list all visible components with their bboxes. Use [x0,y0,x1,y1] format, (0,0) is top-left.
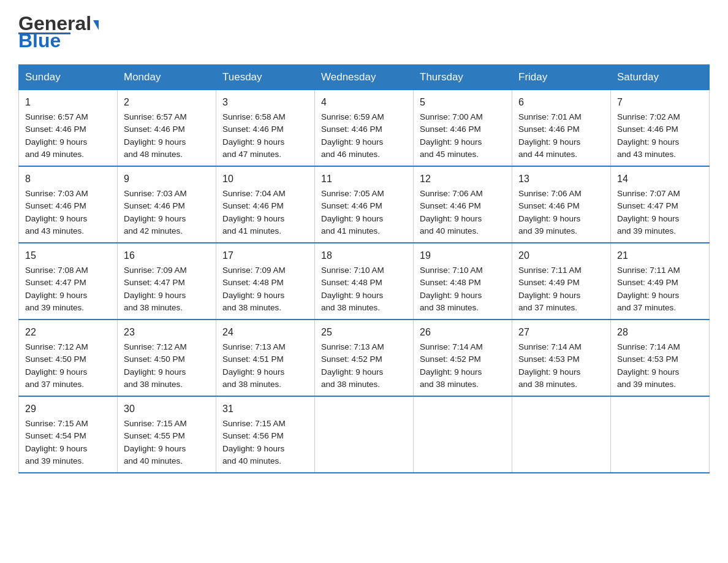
day-number: 9 [124,172,210,186]
day-cell [414,396,512,473]
day-cell: 16Sunrise: 7:09 AMSunset: 4:47 PMDayligh… [118,243,216,320]
sunset-text: Sunset: 4:48 PM [222,278,284,287]
sunrise-text: Sunrise: 7:14 AM [518,342,582,351]
day-cell: 24Sunrise: 7:13 AMSunset: 4:51 PMDayligh… [216,320,315,396]
day-cell: 6Sunrise: 7:01 AMSunset: 4:46 PMDaylight… [512,90,611,167]
sunrise-text: Sunrise: 7:09 AM [124,266,187,275]
week-row-3: 15Sunrise: 7:08 AMSunset: 4:47 PMDayligh… [19,243,710,320]
sunset-text: Sunset: 4:54 PM [25,431,86,440]
day-cell: 29Sunrise: 7:15 AMSunset: 4:54 PMDayligh… [19,396,118,473]
sunrise-text: Sunrise: 7:04 AM [222,189,286,198]
sunset-text: Sunset: 4:46 PM [518,201,580,210]
col-header-sunday: Sunday [19,65,118,90]
daylight-text: Daylight: 9 hoursand 38 minutes. [124,291,186,312]
daylight-text: Daylight: 9 hoursand 38 minutes. [222,291,284,312]
daylight-text: Daylight: 9 hoursand 41 minutes. [321,214,383,236]
day-cell: 23Sunrise: 7:12 AMSunset: 4:50 PMDayligh… [118,320,216,396]
sunset-text: Sunset: 4:55 PM [124,431,185,440]
day-cell: 28Sunrise: 7:14 AMSunset: 4:53 PMDayligh… [611,320,710,396]
sunrise-text: Sunrise: 7:13 AM [321,342,384,351]
logo-triangle-icon [93,20,99,30]
daylight-text: Daylight: 9 hoursand 40 minutes. [420,214,482,236]
day-number: 5 [420,95,506,110]
sunset-text: Sunset: 4:46 PM [25,124,86,134]
daylight-text: Daylight: 9 hoursand 38 minutes. [420,291,482,312]
sunset-text: Sunset: 4:49 PM [617,278,678,287]
day-number: 15 [25,248,111,263]
sunset-text: Sunset: 4:46 PM [25,201,86,210]
day-cell: 30Sunrise: 7:15 AMSunset: 4:55 PMDayligh… [118,396,216,473]
sunrise-text: Sunrise: 7:12 AM [124,342,187,351]
day-number: 4 [321,95,407,110]
day-number: 18 [321,248,407,263]
daylight-text: Daylight: 9 hoursand 47 minutes. [222,137,284,159]
day-cell: 27Sunrise: 7:14 AMSunset: 4:53 PMDayligh… [512,320,611,396]
week-row-5: 29Sunrise: 7:15 AMSunset: 4:54 PMDayligh… [19,396,710,473]
day-number: 20 [518,248,604,263]
page-header: General Blue [18,12,710,52]
day-cell: 11Sunrise: 7:05 AMSunset: 4:46 PMDayligh… [315,166,414,243]
day-number: 3 [222,95,308,110]
sunrise-text: Sunrise: 7:00 AM [420,112,483,121]
sunrise-text: Sunrise: 7:11 AM [518,266,582,275]
daylight-text: Daylight: 9 hoursand 39 minutes. [25,444,87,465]
daylight-text: Daylight: 9 hoursand 38 minutes. [420,367,482,389]
sunset-text: Sunset: 4:49 PM [518,278,580,287]
daylight-text: Daylight: 9 hoursand 40 minutes. [222,444,284,465]
day-number: 13 [518,172,604,186]
col-header-friday: Friday [512,65,611,90]
daylight-text: Daylight: 9 hoursand 48 minutes. [124,137,186,159]
daylight-text: Daylight: 9 hoursand 37 minutes. [617,291,679,312]
col-header-monday: Monday [118,65,216,90]
day-number: 6 [518,95,604,110]
daylight-text: Daylight: 9 hoursand 40 minutes. [124,444,186,465]
day-cell: 1Sunrise: 6:57 AMSunset: 4:46 PMDaylight… [19,90,118,167]
daylight-text: Daylight: 9 hoursand 38 minutes. [124,367,186,389]
day-cell: 15Sunrise: 7:08 AMSunset: 4:47 PMDayligh… [19,243,118,320]
day-number: 31 [222,402,308,416]
day-cell: 4Sunrise: 6:59 AMSunset: 4:46 PMDaylight… [315,90,414,167]
daylight-text: Daylight: 9 hoursand 39 minutes. [25,291,87,312]
daylight-text: Daylight: 9 hoursand 42 minutes. [124,214,186,236]
day-cell: 8Sunrise: 7:03 AMSunset: 4:46 PMDaylight… [19,166,118,243]
daylight-text: Daylight: 9 hoursand 45 minutes. [420,137,482,159]
day-cell: 31Sunrise: 7:15 AMSunset: 4:56 PMDayligh… [216,396,315,473]
sunrise-text: Sunrise: 7:06 AM [518,189,582,198]
day-cell: 10Sunrise: 7:04 AMSunset: 4:46 PMDayligh… [216,166,315,243]
logo-blue: Blue [18,29,61,52]
day-number: 29 [25,402,111,416]
sunrise-text: Sunrise: 7:11 AM [617,266,680,275]
week-row-2: 8Sunrise: 7:03 AMSunset: 4:46 PMDaylight… [19,166,710,243]
sunset-text: Sunset: 4:46 PM [518,124,580,134]
sunset-text: Sunset: 4:53 PM [617,354,678,364]
day-cell: 14Sunrise: 7:07 AMSunset: 4:47 PMDayligh… [611,166,710,243]
daylight-text: Daylight: 9 hoursand 46 minutes. [321,137,383,159]
day-number: 25 [321,325,407,340]
sunset-text: Sunset: 4:46 PM [124,201,185,210]
sunrise-text: Sunrise: 6:57 AM [124,112,187,121]
day-number: 26 [420,325,506,340]
daylight-text: Daylight: 9 hoursand 49 minutes. [25,137,87,159]
day-cell: 13Sunrise: 7:06 AMSunset: 4:46 PMDayligh… [512,166,611,243]
day-number: 10 [222,172,308,186]
daylight-text: Daylight: 9 hoursand 39 minutes. [518,214,580,236]
week-row-4: 22Sunrise: 7:12 AMSunset: 4:50 PMDayligh… [19,320,710,396]
sunset-text: Sunset: 4:51 PM [222,354,284,364]
sunrise-text: Sunrise: 7:05 AM [321,189,384,198]
day-cell [611,396,710,473]
day-cell: 22Sunrise: 7:12 AMSunset: 4:50 PMDayligh… [19,320,118,396]
daylight-text: Daylight: 9 hoursand 39 minutes. [617,367,679,389]
col-header-saturday: Saturday [611,65,710,90]
day-cell: 20Sunrise: 7:11 AMSunset: 4:49 PMDayligh… [512,243,611,320]
sunrise-text: Sunrise: 7:15 AM [124,419,187,428]
day-cell: 5Sunrise: 7:00 AMSunset: 4:46 PMDaylight… [414,90,512,167]
day-number: 1 [25,95,111,110]
sunset-text: Sunset: 4:47 PM [617,201,678,210]
day-cell: 12Sunrise: 7:06 AMSunset: 4:46 PMDayligh… [414,166,512,243]
sunrise-text: Sunrise: 7:07 AM [617,189,680,198]
sunrise-text: Sunrise: 7:06 AM [420,189,483,198]
day-cell: 17Sunrise: 7:09 AMSunset: 4:48 PMDayligh… [216,243,315,320]
sunrise-text: Sunrise: 7:08 AM [25,266,88,275]
daylight-text: Daylight: 9 hoursand 38 minutes. [222,367,284,389]
daylight-text: Daylight: 9 hoursand 39 minutes. [617,214,679,236]
